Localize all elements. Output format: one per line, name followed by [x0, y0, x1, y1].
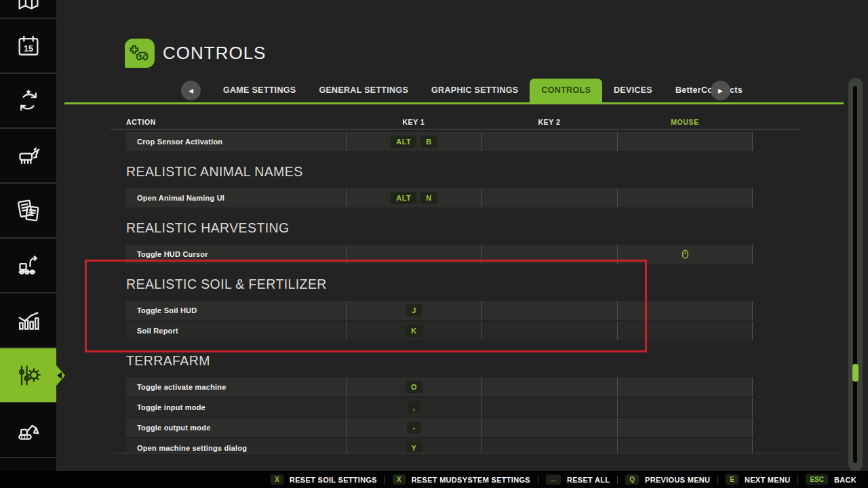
key-badge[interactable]: Y [406, 442, 422, 453]
key1-cell[interactable]: O [346, 378, 481, 396]
scrollbar-thumb[interactable] [852, 364, 859, 382]
mouse-cell[interactable] [617, 398, 753, 417]
mouse-cell[interactable] [617, 378, 753, 396]
key2-cell[interactable] [481, 398, 617, 417]
mouse-cell[interactable] [617, 418, 753, 437]
footer-label: NEXT MENU [745, 476, 790, 484]
crop-rotation-icon [15, 87, 42, 115]
key1-cell[interactable]: ALTB [346, 132, 481, 151]
sidebar-item-contracts[interactable] [0, 184, 56, 239]
screen: 15 [0, 0, 868, 488]
footer-item-reset-soil-settings[interactable]: XRESET SOIL SETTINGS [263, 474, 384, 485]
tab-graphic-settings[interactable]: GRAPHIC SETTINGS [420, 79, 530, 102]
action-label: Toggle Soil HUD [126, 301, 346, 320]
column-header-action: ACTION [126, 118, 156, 126]
sidebar-item-construction[interactable] [0, 403, 56, 458]
sidebar: 15 [0, 0, 56, 471]
key-badge[interactable]: ALT [391, 136, 416, 148]
key-badge[interactable]: K [406, 325, 422, 337]
sidebar-item-calendar[interactable]: 15 [0, 19, 56, 74]
key1-cell[interactable]: - [346, 418, 481, 437]
footer-label: PREVIOUS MENU [645, 476, 710, 484]
key-badge[interactable]: ALT [391, 192, 416, 204]
key2-cell[interactable] [481, 132, 617, 151]
footer-bar: XRESET SOIL SETTINGSXRESET MUDSYSTEM SET… [0, 471, 868, 488]
tab-devices[interactable]: DEVICES [602, 79, 664, 102]
mouse-cell[interactable] [617, 245, 753, 264]
section-header-realistic-harvesting: REALISTIC HARVESTING [126, 220, 753, 236]
key-badge[interactable]: B [420, 136, 437, 148]
footer-item-reset-all[interactable]: ↔RESET ALL [538, 474, 617, 485]
scrollbar[interactable] [848, 78, 863, 471]
key1-cell[interactable] [346, 245, 481, 264]
table-row-toggle-input-mode[interactable]: Toggle input mode, [126, 398, 753, 417]
tab-controls[interactable]: CONTROLS [530, 79, 602, 102]
key1-cell[interactable]: K [346, 321, 481, 340]
footer-item-back[interactable]: ESCBACK [798, 474, 864, 485]
key2-cell[interactable] [481, 378, 617, 396]
sidebar-item-animals[interactable] [0, 129, 56, 184]
production-icon [15, 252, 42, 279]
sidebar-item-production[interactable] [0, 239, 56, 293]
tab-game-settings[interactable]: GAME SETTINGS [212, 79, 307, 102]
excavator-icon [15, 417, 42, 444]
mouse-cell[interactable] [617, 301, 753, 320]
mouse-cell[interactable] [617, 321, 753, 340]
mouse-cell[interactable] [617, 439, 753, 453]
key-badge: X [271, 474, 283, 485]
tabs-next-button[interactable]: ▶ [711, 81, 730, 100]
key1-cell[interactable]: J [346, 301, 481, 320]
action-label: Soil Report [126, 321, 346, 340]
contracts-icon [15, 197, 42, 224]
page-title: CONTROLS [163, 43, 266, 64]
sidebar-item-crop-rotation[interactable] [0, 74, 56, 129]
scrollbar-track[interactable] [853, 86, 857, 463]
content-bottom-divider [111, 453, 841, 453]
controls-app-icon [125, 39, 155, 68]
tab-general-settings[interactable]: GENERAL SETTINGS [307, 79, 420, 102]
mouse-icon [679, 249, 691, 260]
chevron-right-icon: ▶ [718, 87, 723, 94]
sidebar-item-settings[interactable] [0, 348, 56, 403]
table-row-open-animal-naming-ui[interactable]: Open Animal Naming UIALTN [126, 188, 753, 207]
sidebar-item-statistics[interactable] [0, 293, 56, 348]
key-badge[interactable]: O [406, 381, 422, 393]
table-row-crop-sensor-activation[interactable]: Crop Sensor ActivationALTB [126, 132, 753, 151]
key2-cell[interactable] [481, 321, 617, 340]
table-row-soil-report[interactable]: Soil ReportK [126, 321, 753, 340]
key-badge[interactable]: , [408, 401, 421, 413]
table-row-toggle-soil-hud[interactable]: Toggle Soil HUDJ [126, 301, 753, 320]
table-row-toggle-hud-cursor[interactable]: Toggle HUD Cursor [126, 245, 753, 264]
footer-item-next-menu[interactable]: ENEXT MENU [718, 474, 797, 485]
key2-cell[interactable] [481, 301, 617, 320]
statistics-icon [15, 307, 42, 334]
key-badge: ESC [806, 474, 828, 485]
settings-icon [15, 362, 42, 389]
key-badge[interactable]: J [406, 304, 422, 317]
table-row-open-machine-settings-dialog[interactable]: Open machine settings dialogY [126, 439, 753, 453]
action-label: Toggle HUD Cursor [126, 245, 346, 264]
key-badge[interactable]: - [407, 422, 420, 434]
key2-cell[interactable] [481, 418, 617, 437]
tab-bettercontracts[interactable]: BetterContracts [664, 79, 754, 102]
footer-item-previous-menu[interactable]: QPREVIOUS MENU [618, 474, 717, 485]
footer-label: RESET MUDSYSTEM SETTINGS [412, 476, 530, 484]
table-row-toggle-activate-machine[interactable]: Toggle activate machineO [126, 378, 753, 396]
mouse-cell[interactable] [617, 132, 753, 151]
footer-item-reset-mudsystem-settings[interactable]: XRESET MUDSYSTEM SETTINGS [385, 474, 538, 485]
key2-cell[interactable] [481, 245, 617, 264]
column-header-key2: KEY 2 [481, 118, 617, 126]
sidebar-item-map[interactable] [0, 0, 56, 19]
column-header-mouse: MOUSE [617, 118, 753, 126]
key2-cell[interactable] [481, 439, 617, 453]
key1-cell[interactable]: ALTN [346, 188, 481, 207]
mouse-cell[interactable] [617, 188, 753, 207]
key1-cell[interactable]: , [346, 398, 481, 417]
tab-bar: GAME SETTINGSGENERAL SETTINGSGRAPHIC SET… [212, 79, 754, 102]
tabs-prev-button[interactable]: ◀ [181, 81, 201, 100]
action-label: Toggle input mode [126, 398, 346, 417]
key2-cell[interactable] [481, 188, 617, 207]
key1-cell[interactable]: Y [346, 439, 481, 453]
key-badge[interactable]: N [420, 192, 437, 204]
table-row-toggle-output-mode[interactable]: Toggle output mode- [126, 418, 753, 437]
